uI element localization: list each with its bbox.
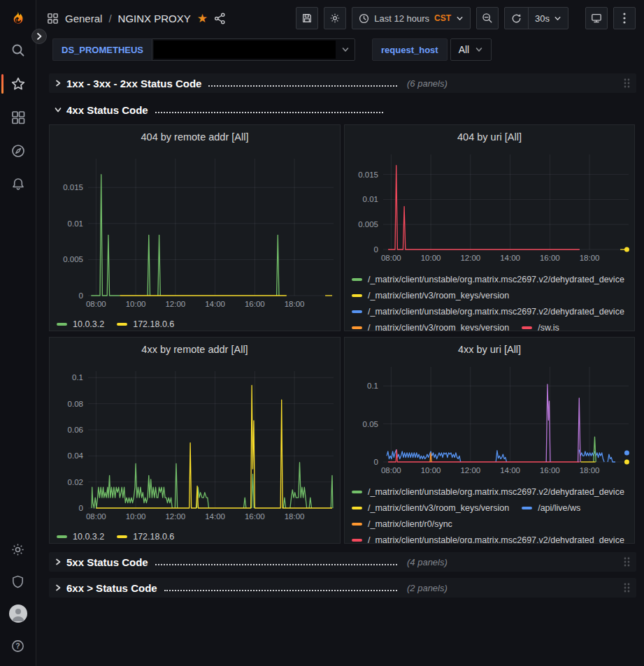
legend-item[interactable]: /_matrix/client/r0/sync [352, 519, 452, 529]
chart-4xx-by-remote-addr[interactable]: 08:0010:0012:0014:0016:0018:0000.020.040… [55, 360, 334, 544]
datasource-variable-select[interactable] [152, 38, 355, 61]
row-header-4xx: 4xx Status Code [49, 100, 636, 120]
chart-4xx-by-uri[interactable]: 08:0010:0012:0014:0016:0018:0000.050.1/_… [350, 360, 629, 544]
svg-text:0.005: 0.005 [63, 255, 83, 263]
panel-legend: 10.0.3.2172.18.0.6 [55, 315, 334, 331]
apps-grid-icon[interactable] [47, 13, 59, 24]
share-icon[interactable] [214, 13, 226, 24]
svg-text:12:00: 12:00 [165, 300, 185, 308]
request-host-variable-select[interactable]: All [450, 38, 492, 61]
breadcrumb-folder[interactable]: General [65, 13, 102, 24]
row-panel-count: (6 panels) [407, 78, 448, 89]
legend-label: /api/live/ws [538, 503, 580, 513]
breadcrumb: General / NGINX PROXY ★ [47, 13, 226, 24]
legend-label: /_matrix/client/unstable/org.matrix.msc2… [368, 275, 624, 284]
row-drag-handle[interactable] [623, 556, 630, 567]
row-title-group[interactable]: 5xx Status Code [55, 556, 148, 568]
time-range-label: Last 12 hours [374, 13, 429, 24]
sidebar: ? [0, 0, 36, 666]
legend-swatch [117, 323, 127, 326]
legend-label: 10.0.3.2 [73, 532, 104, 542]
row-title-group[interactable]: 4xx Status Code [55, 104, 148, 116]
row-toggle[interactable]: 4xx Status Code [55, 104, 383, 116]
chart-404-by-uri[interactable]: 08:0010:0012:0014:0016:0018:0000.0050.01… [350, 147, 629, 331]
legend-label: 172.18.0.6 [133, 532, 174, 542]
svg-text:0.01: 0.01 [68, 219, 83, 228]
grafana-logo[interactable] [0, 6, 36, 34]
legend-swatch [352, 491, 362, 493]
row-drag-handle[interactable] [623, 582, 630, 593]
chevron-right-icon [55, 558, 62, 565]
cycle-view-mode-button[interactable] [585, 7, 608, 29]
breadcrumb-separator: / [108, 13, 111, 24]
row-header-5xx: 5xx Status Code (4 panels) [49, 552, 636, 572]
svg-text:18:00: 18:00 [285, 300, 305, 308]
zoom-out-time-button[interactable] [476, 7, 499, 29]
save-dashboard-button[interactable] [296, 7, 318, 29]
chart-404-by-remote-addr[interactable]: 08:0010:0012:0014:0016:0018:0000.0050.01… [55, 147, 334, 331]
legend-item[interactable]: 172.18.0.6 [117, 532, 174, 542]
legend-item[interactable]: /_matrix/client/v3/room_keys/version [352, 291, 509, 301]
shield-icon [10, 574, 25, 589]
legend-row: /_matrix/client/unstable/org.matrix.msc2… [352, 484, 629, 500]
legend-item[interactable]: 10.0.3.2 [57, 319, 104, 329]
dashboard-settings-button[interactable] [324, 7, 346, 29]
svg-text:0.005: 0.005 [358, 220, 378, 229]
leader-dots [155, 564, 397, 565]
row-panel-count: (4 panels) [407, 557, 448, 567]
sidebar-item-alerting[interactable] [0, 168, 36, 201]
dashboard-content: 1xx - 3xx - 2xx Status Code (6 panels) 4… [37, 73, 644, 598]
legend-row: /_matrix/client/unstable/org.matrix.msc2… [352, 271, 629, 287]
legend-label: 10.0.3.2 [73, 319, 104, 329]
sidebar-item-starred[interactable] [0, 67, 36, 101]
refresh-button-group: 30s [504, 7, 568, 29]
favorite-star-icon[interactable]: ★ [197, 13, 208, 24]
svg-text:10:00: 10:00 [421, 254, 441, 262]
legend-label: /_matrix/client/v3/room_keys/version [368, 291, 509, 301]
refresh-button[interactable] [505, 8, 528, 29]
sidebar-item-dashboards[interactable] [0, 101, 36, 134]
legend-item[interactable]: /sw.js [522, 323, 559, 332]
sidebar-item-server-admin[interactable] [0, 571, 36, 592]
legend-swatch [352, 310, 362, 313]
row-title-group[interactable]: 1xx - 3xx - 2xx Status Code [55, 78, 201, 89]
sidebar-item-explore[interactable] [0, 134, 36, 168]
time-range-picker[interactable]: Last 12 hours CST [352, 7, 471, 29]
panel-legend: /_matrix/client/unstable/org.matrix.msc2… [350, 270, 629, 331]
kebab-menu-button[interactable] [613, 7, 636, 29]
panel-title[interactable]: 4xx by remote addr [All] [55, 339, 334, 360]
legend-item[interactable]: /_matrix/client/unstable/org.matrix.msc2… [352, 307, 624, 317]
sidebar-item-configuration[interactable] [0, 539, 36, 560]
svg-text:?: ? [15, 642, 20, 650]
svg-text:0: 0 [374, 458, 378, 466]
sidebar-item-search[interactable] [0, 34, 36, 67]
legend-swatch [117, 535, 127, 538]
refresh-interval-dropdown[interactable]: 30s [529, 8, 568, 29]
panel-title[interactable]: 4xx by uri [All] [350, 339, 629, 360]
sidebar-item-profile[interactable] [0, 603, 36, 624]
legend-item[interactable]: /_matrix/client/unstable/org.matrix.msc2… [352, 535, 624, 544]
bell-icon [10, 177, 26, 192]
row-toggle[interactable]: 6xx > Status Code [55, 582, 397, 594]
row-drag-handle[interactable] [623, 78, 630, 89]
row-toggle[interactable]: 1xx - 3xx - 2xx Status Code [55, 78, 397, 89]
legend-item[interactable]: /_matrix/client/v3/room_keys/version [352, 503, 509, 513]
sidebar-expand-button[interactable] [31, 29, 47, 44]
row-title-group[interactable]: 6xx > Status Code [55, 582, 157, 594]
legend-row: /_matrix/client/unstable/org.matrix.msc2… [352, 532, 629, 544]
svg-text:0.04: 0.04 [68, 451, 84, 460]
legend-item[interactable]: 10.0.3.2 [57, 532, 104, 542]
legend-item[interactable]: /_matrix/client/unstable/org.matrix.msc2… [352, 487, 624, 497]
panel-title[interactable]: 404 by remote addr [All] [55, 126, 334, 147]
svg-text:08:00: 08:00 [381, 466, 401, 475]
legend-item[interactable]: 172.18.0.6 [117, 319, 174, 329]
row-toggle[interactable]: 5xx Status Code [55, 556, 397, 568]
sidebar-item-help[interactable]: ? [0, 635, 36, 656]
legend-item[interactable]: /_matrix/client/unstable/org.matrix.msc2… [352, 275, 624, 284]
chevron-down-icon [55, 106, 62, 113]
panel-title[interactable]: 404 by uri [All] [350, 126, 629, 147]
legend-item[interactable]: /_matrix/client/v3/room_keys/version [352, 323, 509, 332]
legend-row: 10.0.3.2172.18.0.6 [57, 316, 334, 331]
row-title: 1xx - 3xx - 2xx Status Code [66, 78, 201, 89]
legend-item[interactable]: /api/live/ws [522, 503, 580, 513]
